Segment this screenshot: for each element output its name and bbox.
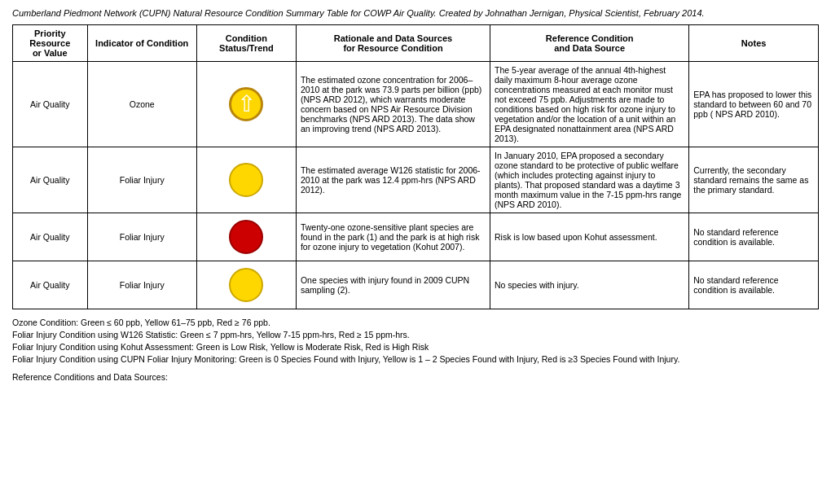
legend-item: Foliar Injury Condition using CUPN Folia… (12, 354, 819, 364)
cell-priority: Air Quality (13, 62, 88, 147)
arrow-up-icon: ⇧ (237, 93, 256, 116)
condition-circle (229, 220, 263, 254)
legend-item: Foliar Injury Condition using Kohut Asse… (12, 342, 819, 352)
ref-sources: Reference Conditions and Data Sources: (12, 372, 819, 382)
cell-rationale: One species with injury found in 2009 CU… (296, 261, 490, 309)
table-row: Air QualityFoliar InjuryTwenty-one ozone… (13, 213, 819, 261)
condition-circle: ⇧ (229, 87, 263, 121)
cell-reference: Risk is low based upon Kohut assessment. (490, 213, 689, 261)
cell-indicator: Foliar Injury (87, 261, 196, 309)
col-header-rationale: Rationale and Data Sourcesfor Resource C… (296, 25, 490, 62)
table-row: Air QualityFoliar InjuryThe estimated av… (13, 147, 819, 213)
cell-notes: No standard reference condition is avail… (689, 261, 819, 309)
legend-item: Foliar Injury Condition using W126 Stati… (12, 330, 819, 340)
cell-priority: Air Quality (13, 147, 88, 213)
cell-reference: In January 2010, EPA proposed a secondar… (490, 147, 689, 213)
cell-notes: Currently, the secondary standard remain… (689, 147, 819, 213)
condition-circle (229, 268, 263, 302)
col-header-priority: Priority Resourceor Value (13, 25, 88, 62)
legend-item: Ozone Condition: Green ≤ 60 ppb, Yellow … (12, 318, 819, 327)
cell-condition (196, 147, 296, 213)
cell-rationale: Twenty-one ozone-sensitive plant species… (296, 213, 490, 261)
legend-section: Ozone Condition: Green ≤ 60 ppb, Yellow … (12, 318, 819, 364)
cell-reference: No species with injury. (490, 261, 689, 309)
col-header-indicator: Indicator of Condition (87, 25, 196, 62)
cell-indicator: Foliar Injury (87, 213, 196, 261)
cell-condition: ⇧ (196, 62, 296, 147)
cell-notes: No standard reference condition is avail… (689, 213, 819, 261)
cell-notes: EPA has proposed to lower this standard … (689, 62, 819, 147)
main-table: Priority Resourceor Value Indicator of C… (12, 24, 819, 309)
cell-indicator: Foliar Injury (87, 147, 196, 213)
cell-condition (196, 213, 296, 261)
condition-circle (229, 163, 263, 197)
cell-priority: Air Quality (13, 261, 88, 309)
cell-rationale: The estimated ozone concentration for 20… (296, 62, 490, 147)
col-header-notes: Notes (689, 25, 819, 62)
cell-condition (196, 261, 296, 309)
col-header-reference: Reference Conditionand Data Source (490, 25, 689, 62)
cell-reference: The 5-year average of the annual 4th-hig… (490, 62, 689, 147)
page-title: Cumberland Piedmont Network (CUPN) Natur… (12, 8, 819, 18)
cell-priority: Air Quality (13, 213, 88, 261)
table-row: Air QualityFoliar InjuryOne species with… (13, 261, 819, 309)
col-header-condition: Condition Status/Trend (196, 25, 296, 62)
cell-rationale: The estimated average W126 statistic for… (296, 147, 490, 213)
table-row: Air QualityOzone ⇧ The estimated ozone c… (13, 62, 819, 147)
cell-indicator: Ozone (87, 62, 196, 147)
